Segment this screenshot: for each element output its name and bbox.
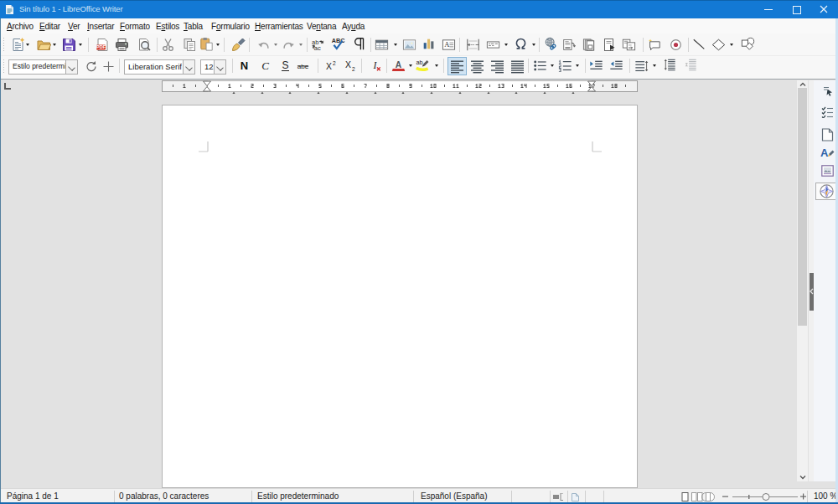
svg-text:A: A [444,40,450,49]
svg-text:I: I [373,59,378,71]
svg-text:X: X [326,62,332,71]
svg-text:2: 2 [352,66,355,72]
svg-text:A: A [396,60,402,69]
svg-text:C: C [261,59,269,72]
svg-text:S: S [282,59,288,71]
svg-text:X: X [345,60,351,69]
svg-text:ac: ac [314,44,321,52]
svg-text:2: 2 [333,60,336,66]
svg-text:A: A [820,147,829,159]
svg-text:PDF: PDF [96,44,106,49]
svg-text:N: N [241,59,248,72]
svg-text:ABC: ABC [332,37,345,44]
svg-text:ab: ab [416,59,422,67]
